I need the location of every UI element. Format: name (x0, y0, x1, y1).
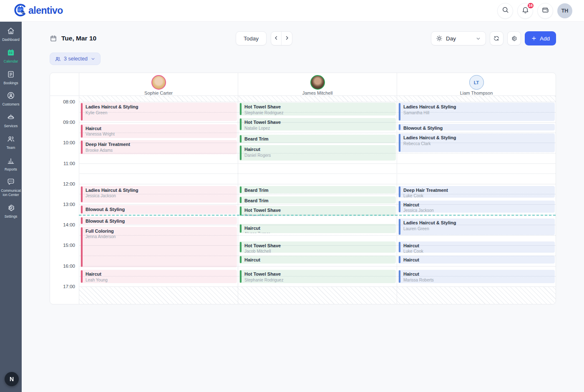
user-avatar[interactable]: TH (557, 3, 572, 18)
event-title: Ladies Haircut & Styling (403, 220, 552, 226)
appointment-event[interactable]: Beard Trim (239, 186, 396, 194)
event-client: Adam Davis (244, 263, 393, 263)
appointment-event[interactable]: Ladies Haircut & StylingRebecca Clark (398, 133, 555, 152)
logo-wordmark: alentivo (28, 5, 63, 16)
event-title: Full Coloring (86, 228, 234, 234)
appointment-event[interactable]: Deep Hair TreatmentBrooke Adams (80, 140, 237, 154)
calendar-header-row: Sophie CarterJames MitchellLTLiam Thomps… (50, 73, 556, 96)
sidebar-item-dashboard[interactable]: Dashboard (0, 27, 22, 42)
view-mode-select[interactable]: Day (431, 31, 486, 45)
event-client: Alyssa Turner (244, 231, 393, 233)
event-title: Beard Trim (244, 198, 393, 204)
appointment-event[interactable]: Blowout & Styling (80, 217, 237, 225)
event-title: Hot Towel Shave (244, 271, 393, 277)
event-client: Rebecca Clark (403, 141, 552, 147)
appointment-event[interactable]: HaircutJessica Jackson (398, 201, 555, 213)
chevron-left-icon (273, 35, 279, 42)
staff-avatar[interactable]: LT (469, 75, 484, 90)
home-icon (7, 27, 15, 37)
plus-icon (531, 35, 537, 41)
sun-icon (436, 35, 443, 42)
event-title: Ladies Haircut & Styling (403, 135, 552, 141)
event-title: Haircut (86, 126, 234, 131)
sidebar-item-customers[interactable]: Customers (0, 91, 22, 107)
chevron-down-icon (476, 36, 481, 41)
event-title: Hot Towel Shave (244, 119, 393, 125)
appointment-event[interactable]: Blowout & Styling (398, 124, 555, 131)
event-client: Brooke Adams (86, 148, 234, 153)
event-client: Stephanie Rodriguez (244, 110, 393, 116)
staff-column-header: James Mitchell (238, 73, 397, 95)
wallet-button[interactable] (537, 3, 553, 19)
communication-icon (7, 178, 15, 188)
top-header: alentivo 16 TH (0, 0, 584, 22)
chevron-right-icon (284, 35, 290, 42)
staff-avatar[interactable] (310, 75, 325, 90)
appointment-event[interactable]: Hot Towel ShaveJacob Mitchell (239, 241, 396, 253)
widget-fab[interactable]: N (5, 372, 19, 386)
calendar-icon (7, 48, 15, 58)
date-pager (271, 31, 292, 45)
appointment-event[interactable]: Hot Towel ShaveStephanie Rodriguez (239, 270, 396, 283)
time-gutter: 08:0009:0010:0011:0012:0013:0014:0015:00… (50, 96, 79, 304)
staff-column[interactable]: Hot Towel ShaveStephanie RodriguezHot To… (238, 96, 397, 304)
sidebar-item-bookings[interactable]: Bookings (0, 70, 22, 85)
appointment-event[interactable]: HaircutMarissa Roberts (398, 270, 555, 283)
notifications-button[interactable]: 16 (517, 3, 533, 19)
event-client: Jessica Jackson (403, 208, 552, 213)
sidebar-item-communication-center[interactable]: Communication Center (0, 178, 22, 197)
staff-filter-label: 3 selected (64, 56, 88, 62)
staff-column[interactable]: Ladies Haircut & StylingSamantha HillBlo… (397, 96, 556, 304)
appointment-event[interactable]: HaircutAdam Davis (239, 256, 396, 264)
appointment-event[interactable]: Beard Trim (239, 135, 396, 143)
appointment-event[interactable]: Ladies Haircut & StylingLauren Green (398, 219, 555, 235)
appointment-event[interactable]: Blowout & Styling (80, 205, 237, 214)
calendar-settings-button[interactable] (507, 31, 521, 45)
refresh-button[interactable] (490, 31, 503, 45)
time-gutter-header (50, 73, 79, 95)
event-title: Haircut (244, 225, 393, 231)
event-client: Natalie Lopez (244, 126, 393, 131)
appointment-event[interactable]: HaircutLuke Cook (398, 241, 555, 253)
sidebar: DashboardCalendarBookingsCustomersServic… (0, 22, 22, 392)
add-appointment-button[interactable]: Add (525, 31, 556, 45)
sidebar-item-label: Settings (4, 215, 18, 219)
prev-day-button[interactable] (271, 32, 282, 45)
appointment-event[interactable]: Ladies Haircut & StylingKylie Green (80, 103, 237, 121)
event-client: Lauren Green (403, 226, 552, 232)
event-client: Leah Young (86, 277, 234, 283)
next-day-button[interactable] (282, 32, 292, 45)
appointment-event[interactable]: HaircutDaniel Rogers (398, 256, 555, 264)
sidebar-item-services[interactable]: Services (0, 113, 22, 128)
logo-calendar-icon (13, 3, 28, 19)
appointment-event[interactable]: Ladies Haircut & StylingSamantha Hill (398, 103, 555, 121)
main-content: Tue, Mar 10 Today Day (22, 22, 584, 392)
appointment-event[interactable]: Hot Towel ShaveNatalie Lopez (239, 118, 396, 131)
appointment-event[interactable]: HaircutLeah Young (80, 270, 237, 283)
appointment-event[interactable]: Full ColoringJenna Anderson (80, 227, 237, 267)
appointment-event[interactable]: Deep Hair TreatmentLuke Cook (398, 186, 555, 198)
current-date-label: Tue, Mar 10 (61, 35, 96, 42)
appointment-event[interactable]: Hot Towel ShaveStephanie Rodriguez (239, 103, 396, 116)
sidebar-item-team[interactable]: Team (0, 135, 22, 150)
today-button[interactable]: Today (236, 31, 267, 45)
appointment-event[interactable]: Ladies Haircut & StylingJessica Jackson (80, 186, 237, 203)
appointment-event[interactable]: HaircutVanessa Wright (80, 124, 237, 138)
staff-column[interactable]: Ladies Haircut & StylingKylie GreenHairc… (79, 96, 238, 304)
staff-avatar[interactable] (151, 75, 166, 90)
appointment-event[interactable]: HaircutAlyssa Turner (239, 224, 396, 234)
appointment-event[interactable]: HaircutDaniel Rogers (239, 145, 396, 160)
appointment-event[interactable]: Beard Trim (239, 196, 396, 204)
app-logo[interactable]: alentivo (13, 3, 63, 19)
time-label: 10:00 (54, 140, 75, 146)
event-client: Kylie Green (86, 110, 234, 116)
time-label: 08:00 (54, 99, 75, 105)
event-title: Ladies Haircut & Styling (86, 104, 234, 110)
staff-filter-dropdown[interactable]: 3 selected (50, 53, 101, 65)
sidebar-item-label: Calendar (3, 60, 19, 64)
sidebar-item-reports[interactable]: Reports (0, 156, 22, 172)
sidebar-nav: DashboardCalendarBookingsCustomersServic… (0, 22, 22, 219)
search-button[interactable] (497, 3, 513, 19)
sidebar-item-settings[interactable]: Settings (0, 204, 22, 219)
sidebar-item-calendar[interactable]: Calendar (0, 48, 22, 64)
